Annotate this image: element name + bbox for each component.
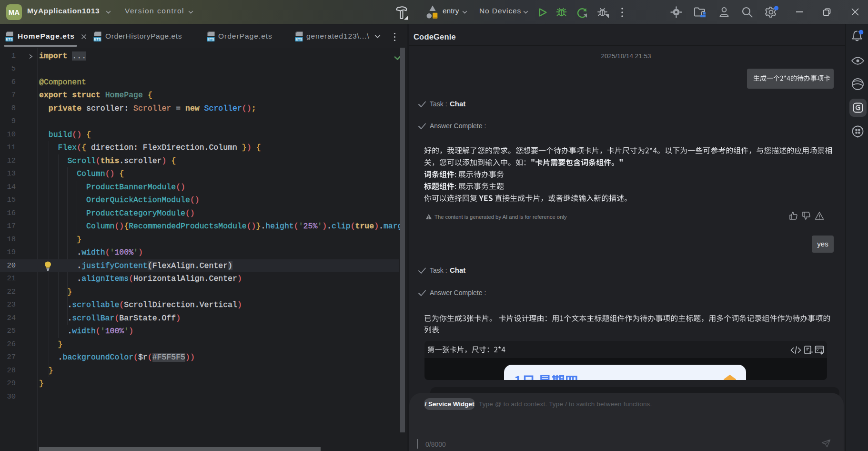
svg-text:ETS: ETS <box>207 37 214 41</box>
svg-text:ETS: ETS <box>94 37 101 41</box>
svg-text:ETS: ETS <box>6 37 13 41</box>
svg-text:ETS: ETS <box>295 37 303 41</box>
